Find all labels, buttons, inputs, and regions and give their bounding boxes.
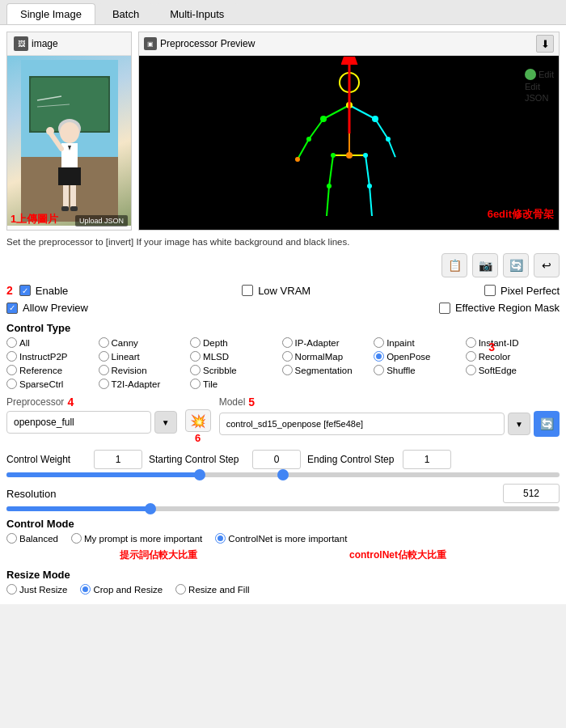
radio-crop-and-resize[interactable]: Crop and Resize bbox=[80, 584, 163, 595]
radio-recolor-circle[interactable] bbox=[466, 351, 476, 362]
radio-instant-id-circle[interactable] bbox=[466, 337, 476, 348]
radio-controlnet-important[interactable]: ControlNet is more important bbox=[215, 533, 347, 544]
radio-revision-circle[interactable] bbox=[99, 365, 109, 375]
tab-multi-inputs[interactable]: Multi-Inputs bbox=[156, 3, 238, 24]
refresh-button[interactable]: 🔄 bbox=[503, 253, 529, 277]
radio-depth-label: Depth bbox=[203, 338, 228, 348]
effective-region-mask-cb-box[interactable] bbox=[439, 303, 450, 314]
download-button[interactable]: ⬇ bbox=[536, 35, 554, 53]
enable-cb-box[interactable] bbox=[19, 285, 31, 296]
radio-my-prompt-circle[interactable] bbox=[71, 533, 82, 544]
radio-reference-circle[interactable] bbox=[6, 365, 17, 375]
control-weight-slider[interactable] bbox=[6, 472, 560, 477]
radio-inpaint-circle[interactable] bbox=[374, 337, 384, 348]
radio-t2i-adapter-circle[interactable] bbox=[99, 379, 109, 389]
resolution-input[interactable] bbox=[503, 484, 560, 503]
control-weight-input[interactable] bbox=[94, 450, 142, 469]
allow-preview-checkbox[interactable]: Allow Preview bbox=[6, 302, 88, 314]
radio-depth-circle[interactable] bbox=[190, 337, 201, 348]
radio-t2i-adapter[interactable]: T2I-Adapter bbox=[99, 379, 191, 389]
model-select[interactable]: control_sd15_openpose [fef5e48e] bbox=[219, 413, 505, 435]
annotation-prompt: 提示詞佔較大比重 bbox=[120, 548, 197, 562]
radio-balanced-circle[interactable] bbox=[6, 533, 17, 544]
radio-tile-circle[interactable] bbox=[190, 379, 201, 389]
radio-openpose-circle[interactable] bbox=[374, 351, 384, 362]
copy-button[interactable]: 📋 bbox=[441, 253, 467, 277]
radio-ip-adapter[interactable]: IP-Adapter bbox=[282, 337, 374, 348]
camera-button[interactable]: 📷 bbox=[472, 253, 498, 277]
radio-canny-circle[interactable] bbox=[99, 337, 109, 348]
radio-normalmap[interactable]: NormalMap bbox=[282, 351, 374, 362]
low-vram-checkbox[interactable]: Low VRAM bbox=[242, 285, 310, 297]
star-button[interactable]: 💥 6 bbox=[185, 409, 211, 432]
main-content: 🖼 image bbox=[0, 25, 566, 604]
radio-revision[interactable]: Revision bbox=[99, 365, 191, 375]
radio-controlnet-circle[interactable] bbox=[215, 533, 226, 544]
resolution-slider[interactable] bbox=[6, 506, 560, 511]
pixel-perfect-cb-box[interactable] bbox=[484, 285, 496, 296]
radio-resize-and-fill-circle[interactable] bbox=[175, 584, 186, 595]
radio-lineart-circle[interactable] bbox=[99, 351, 109, 362]
radio-depth[interactable]: Depth bbox=[190, 337, 282, 348]
resize-mode-label: Resize Mode bbox=[6, 569, 560, 581]
ending-step-input[interactable] bbox=[403, 450, 451, 469]
radio-just-resize-circle[interactable] bbox=[6, 584, 17, 595]
json-label: JSON bbox=[525, 93, 548, 103]
enable-checkbox[interactable]: Enable bbox=[19, 285, 68, 297]
radio-mlsd-circle[interactable] bbox=[190, 351, 201, 362]
radio-reference[interactable]: Reference bbox=[6, 365, 99, 375]
allow-preview-cb-box[interactable] bbox=[6, 303, 18, 314]
radio-openpose[interactable]: OpenPose bbox=[374, 351, 466, 362]
radio-instructp2p-circle[interactable] bbox=[6, 351, 17, 362]
low-vram-cb-box[interactable] bbox=[242, 285, 253, 296]
upload-json-button[interactable]: Upload JSON bbox=[75, 215, 128, 226]
edit-btn-1[interactable]: Edit bbox=[525, 69, 554, 80]
radio-inpaint[interactable]: Inpaint bbox=[374, 337, 466, 348]
radio-softedge[interactable]: SoftEdge bbox=[466, 365, 558, 375]
model-refresh-button[interactable]: 🔄 bbox=[534, 411, 560, 437]
radio-shuffle[interactable]: Shuffle bbox=[374, 365, 466, 375]
radio-sparsectrl[interactable]: SparseCtrl bbox=[6, 379, 99, 389]
rotate-button[interactable]: ↩ bbox=[534, 253, 560, 277]
radio-segmentation-circle[interactable] bbox=[282, 365, 293, 375]
radio-resize-and-fill[interactable]: Resize and Fill bbox=[175, 584, 249, 595]
anime-image-container[interactable]: Upload JSON 1上傳圖片 bbox=[7, 56, 131, 230]
starting-step-input[interactable] bbox=[252, 450, 301, 469]
radio-tile[interactable]: Tile bbox=[190, 379, 282, 389]
radio-instant-id[interactable]: Instant-ID bbox=[466, 337, 558, 348]
pixel-perfect-label: Pixel Perfect bbox=[501, 285, 560, 297]
radio-scribble-circle[interactable] bbox=[190, 365, 201, 375]
radio-recolor[interactable]: Recolor bbox=[466, 351, 558, 362]
radio-instructp2p[interactable]: InstructP2P bbox=[6, 351, 99, 362]
radio-just-resize[interactable]: Just Resize bbox=[6, 584, 67, 595]
preprocessor-select[interactable]: openpose_full bbox=[6, 411, 151, 434]
radio-segmentation[interactable]: Segmentation bbox=[282, 365, 374, 375]
radio-sparsectrl-circle[interactable] bbox=[6, 379, 17, 389]
edit-btn-2[interactable]: Edit bbox=[525, 82, 554, 91]
radio-balanced[interactable]: Balanced bbox=[6, 533, 58, 544]
radio-lineart[interactable]: Lineart bbox=[99, 351, 191, 362]
radio-normalmap-circle[interactable] bbox=[282, 351, 293, 362]
radio-resize-and-fill-label: Resize and Fill bbox=[188, 585, 249, 595]
json-btn[interactable]: JSON bbox=[525, 93, 554, 103]
radio-scribble[interactable]: Scribble bbox=[190, 365, 282, 375]
radio-canny-label: Canny bbox=[112, 338, 138, 348]
model-dropdown-arrow[interactable]: ▼ bbox=[508, 413, 530, 435]
svg-point-32 bbox=[346, 102, 353, 108]
effective-region-mask-checkbox[interactable]: Effective Region Mask bbox=[439, 302, 560, 314]
radio-canny[interactable]: Canny bbox=[99, 337, 191, 348]
tab-single-image[interactable]: Single Image bbox=[6, 3, 95, 24]
preprocessor-dropdown-arrow[interactable]: ▼ bbox=[154, 411, 177, 434]
radio-all[interactable]: All bbox=[6, 337, 99, 348]
radio-ip-adapter-circle[interactable] bbox=[282, 337, 293, 348]
radio-my-prompt[interactable]: My prompt is more important bbox=[71, 533, 202, 544]
radio-shuffle-circle[interactable] bbox=[374, 365, 384, 375]
radio-crop-and-resize-circle[interactable] bbox=[80, 584, 91, 595]
preview-title-row: ▣ Preprocessor Preview bbox=[144, 37, 255, 50]
tab-batch[interactable]: Batch bbox=[99, 3, 153, 24]
radio-all-circle[interactable] bbox=[6, 337, 17, 348]
radio-softedge-circle[interactable] bbox=[466, 365, 476, 375]
radio-mlsd[interactable]: MLSD bbox=[190, 351, 282, 362]
pixel-perfect-checkbox[interactable]: Pixel Perfect bbox=[484, 285, 560, 297]
anime-image[interactable] bbox=[7, 56, 131, 226]
